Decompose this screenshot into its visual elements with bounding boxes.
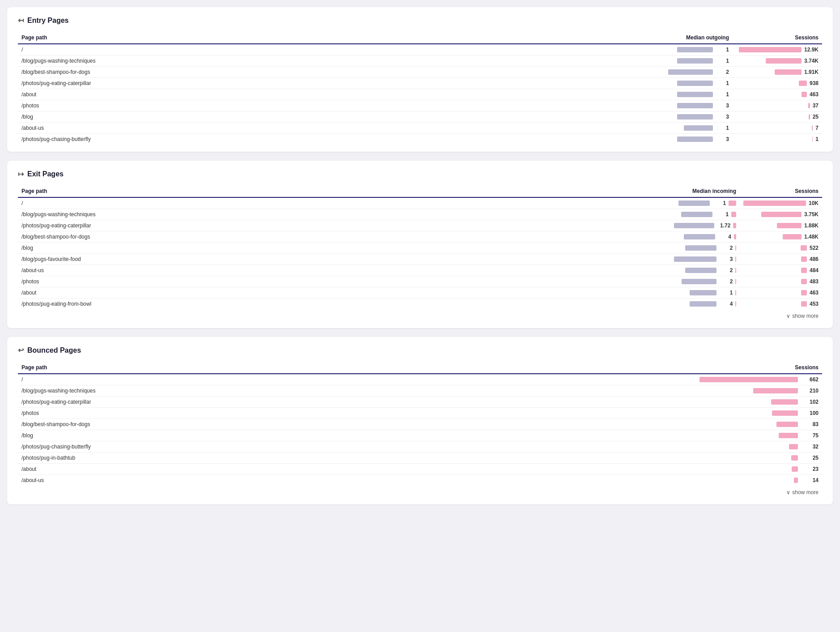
median-bar-cell: 1 <box>597 209 740 220</box>
page-path: /photos/pug-chasing-butterfly <box>18 134 589 145</box>
sessions-value: 102 <box>801 399 819 405</box>
median-bar-cell: 2 <box>589 67 733 78</box>
exit-pages-title: ↦ Exit Pages <box>18 170 822 178</box>
sessions-cell: 23 <box>643 464 822 475</box>
page-path: /about <box>18 287 597 299</box>
entry-pages-section: ↤ Entry Pages Page path Median outgoing … <box>7 7 833 152</box>
sessions-pink-bar <box>801 256 807 262</box>
sessions-cell: 1.88K <box>740 220 822 231</box>
median-gray-bar <box>678 201 710 206</box>
bounced-pages-title: ↩ Bounced Pages <box>18 346 822 354</box>
median-bar-cell: 1 <box>589 44 733 56</box>
sessions-cell: 1 <box>733 134 822 145</box>
sessions-value: 938 <box>810 80 819 86</box>
median-gray-bar <box>685 268 716 273</box>
median-gray-bar <box>674 256 716 262</box>
sessions-cell: 10K <box>740 197 822 209</box>
bounced-pink-bar <box>794 478 798 483</box>
median-gray-bar <box>684 234 715 239</box>
bounced-pink-bar <box>792 466 798 472</box>
sessions-value: 37 <box>813 102 819 109</box>
sessions-cell: 25 <box>733 111 822 123</box>
sessions-pink-bar <box>775 69 802 75</box>
sessions-mini-bar <box>733 223 736 228</box>
sessions-pink-bar <box>766 58 802 64</box>
page-path: /blog <box>18 111 589 123</box>
sessions-pink-bar <box>777 223 802 228</box>
bounced-show-more-row[interactable]: ∨ show more <box>18 486 822 497</box>
table-row: /photos 3 37 <box>18 100 822 111</box>
sessions-pink-bar <box>809 114 810 120</box>
exit-icon: ↦ <box>18 170 24 178</box>
bounced-pink-bar <box>791 455 798 461</box>
sessions-value: 75 <box>801 432 819 439</box>
median-gray-bar <box>682 279 716 284</box>
sessions-value: 210 <box>801 388 819 394</box>
page-path: /photos <box>18 100 589 111</box>
bounced-pink-bar <box>772 410 798 416</box>
sessions-mini-bar <box>735 256 736 262</box>
sessions-value: 14 <box>801 477 819 483</box>
median-value: 1 <box>716 125 729 131</box>
col-page-path-exit: Page path <box>18 185 597 197</box>
median-value: 1 <box>716 58 729 64</box>
col-page-path-bounced: Page path <box>18 362 643 374</box>
table-row: /about 1 463 <box>18 287 822 299</box>
page-path: /about <box>18 464 643 475</box>
col-median-incoming: Median incoming <box>597 185 740 197</box>
median-value: 1.72 <box>717 222 730 229</box>
sessions-cell: 7 <box>733 123 822 134</box>
median-gray-bar <box>677 114 713 120</box>
sessions-value: 1.48K <box>804 234 819 240</box>
sessions-pink-bar <box>808 103 810 108</box>
table-row: / 662 <box>18 374 822 385</box>
sessions-cell: 3.74K <box>733 56 822 67</box>
sessions-value: 453 <box>810 301 819 307</box>
table-row: /blog/best-shampoo-for-dogs 83 <box>18 419 822 430</box>
median-bar-cell: 2 <box>597 265 740 276</box>
table-row: /blog 3 25 <box>18 111 822 123</box>
table-row: /photos/pug-eating-from-bowl 4 453 <box>18 299 822 310</box>
page-path: /photos/pug-eating-caterpillar <box>18 397 643 408</box>
sessions-cell: 37 <box>733 100 822 111</box>
median-bar-cell: 4 <box>597 231 740 243</box>
median-value: 2 <box>719 278 733 285</box>
sessions-value: 32 <box>801 444 819 450</box>
sessions-cell: 14 <box>643 475 822 486</box>
median-bar-cell: 3 <box>597 254 740 265</box>
sessions-value: 100 <box>801 410 819 416</box>
sessions-cell: 75 <box>643 430 822 441</box>
table-row: / 1 12.9K <box>18 44 822 56</box>
median-value: 3 <box>716 136 729 142</box>
median-bar-cell: 4 <box>597 299 740 310</box>
bounced-show-more-button[interactable]: ∨ show more <box>21 489 819 495</box>
sessions-cell: 938 <box>733 78 822 89</box>
exit-show-more-row[interactable]: ∨ show more <box>18 309 822 321</box>
sessions-cell: 484 <box>740 265 822 276</box>
median-gray-bar <box>677 92 713 97</box>
sessions-value: 522 <box>810 245 819 251</box>
sessions-mini-bar <box>735 301 736 307</box>
sessions-cell: 662 <box>643 374 822 385</box>
table-row: /photos 100 <box>18 408 822 419</box>
sessions-value: 25 <box>801 455 819 461</box>
sessions-pink-bar <box>801 245 807 251</box>
table-row: /blog/pugs-washing-techniques 210 <box>18 385 822 397</box>
table-row: /about-us 1 7 <box>18 123 822 134</box>
page-path: /blog <box>18 243 597 254</box>
table-row: /about-us 14 <box>18 475 822 486</box>
sessions-cell: 102 <box>643 397 822 408</box>
median-bar-cell: 3 <box>589 111 733 123</box>
page-path: /blog <box>18 430 643 441</box>
sessions-cell: 483 <box>740 276 822 287</box>
col-page-path: Page path <box>18 32 589 44</box>
exit-show-more-button[interactable]: ∨ show more <box>21 313 819 319</box>
exit-pages-section: ↦ Exit Pages Page path Median incoming S… <box>7 161 833 328</box>
median-gray-bar <box>690 290 716 295</box>
table-row: /blog/pugs-washing-techniques 1 3.74K <box>18 56 822 67</box>
median-value: 4 <box>718 234 731 240</box>
col-sessions-bounced: Sessions <box>643 362 822 374</box>
median-bar-cell: 3 <box>589 100 733 111</box>
median-value: 2 <box>719 245 733 251</box>
page-path: /blog/best-shampoo-for-dogs <box>18 67 589 78</box>
